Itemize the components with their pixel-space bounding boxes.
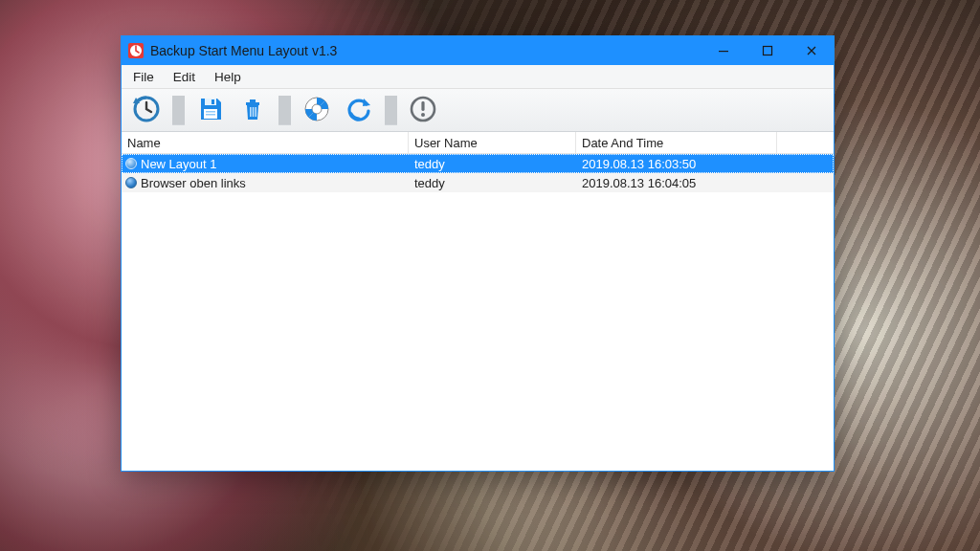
svg-rect-12 bbox=[250, 99, 256, 102]
svg-rect-11 bbox=[246, 102, 259, 105]
menu-help[interactable]: Help bbox=[205, 65, 251, 88]
floppy-save-icon bbox=[196, 95, 225, 126]
column-header-date[interactable]: Date And Time bbox=[576, 132, 777, 153]
svg-rect-13 bbox=[250, 107, 252, 117]
app-icon bbox=[127, 42, 145, 59]
row-name: New Layout 1 bbox=[141, 157, 217, 171]
svg-rect-10 bbox=[206, 114, 215, 116]
row-date: 2019.08.13 16:03:50 bbox=[576, 157, 777, 171]
svg-rect-2 bbox=[719, 51, 728, 52]
svg-rect-9 bbox=[206, 111, 215, 113]
row-user: teddy bbox=[409, 176, 576, 190]
backup-item-icon bbox=[125, 158, 137, 169]
title-bar[interactable]: Backup Start Menu Layout v1.3 bbox=[122, 36, 834, 65]
row-name: Browser oben links bbox=[141, 176, 246, 190]
toolbar-separator-3 bbox=[385, 96, 397, 125]
row-user: teddy bbox=[409, 157, 576, 171]
refresh-button[interactable] bbox=[340, 92, 378, 128]
column-header-row: Name User Name Date And Time bbox=[122, 132, 834, 154]
list-row[interactable]: New Layout 1 teddy 2019.08.13 16:03:50 bbox=[122, 154, 834, 173]
minimize-button[interactable] bbox=[702, 36, 746, 65]
toolbar bbox=[122, 89, 834, 132]
backup-list: Name User Name Date And Time New Layout … bbox=[122, 132, 834, 471]
close-button[interactable] bbox=[790, 36, 834, 65]
backup-clock-icon bbox=[131, 94, 162, 127]
column-header-user[interactable]: User Name bbox=[409, 132, 576, 153]
list-rows: New Layout 1 teddy 2019.08.13 16:03:50 B… bbox=[122, 154, 834, 471]
exclamation-icon bbox=[409, 95, 437, 126]
svg-rect-20 bbox=[421, 101, 424, 111]
save-button[interactable] bbox=[191, 92, 230, 128]
menu-edit[interactable]: Edit bbox=[164, 65, 205, 88]
menu-bar: File Edit Help bbox=[122, 65, 834, 89]
column-header-fill bbox=[777, 132, 834, 153]
svg-rect-15 bbox=[255, 107, 256, 117]
svg-rect-3 bbox=[764, 47, 772, 55]
trash-icon bbox=[238, 95, 267, 126]
maximize-button[interactable] bbox=[746, 36, 790, 65]
column-header-name[interactable]: Name bbox=[122, 132, 409, 153]
svg-point-21 bbox=[421, 113, 425, 117]
svg-rect-14 bbox=[253, 107, 255, 117]
svg-rect-6 bbox=[205, 99, 216, 105]
refresh-icon bbox=[345, 95, 373, 126]
window-title: Backup Start Menu Layout v1.3 bbox=[150, 43, 337, 58]
backup-item-icon bbox=[125, 177, 137, 188]
row-date: 2019.08.13 16:04:05 bbox=[576, 176, 777, 190]
app-window: Backup Start Menu Layout v1.3 File Edit … bbox=[121, 35, 835, 472]
list-row[interactable]: Browser oben links teddy 2019.08.13 16:0… bbox=[122, 173, 834, 192]
delete-button[interactable] bbox=[234, 92, 272, 128]
menu-file[interactable]: File bbox=[123, 65, 164, 88]
toolbar-separator-2 bbox=[278, 96, 291, 125]
help-button[interactable] bbox=[298, 92, 336, 128]
backup-button[interactable] bbox=[127, 92, 166, 128]
lifebuoy-icon bbox=[302, 95, 331, 126]
toolbar-separator bbox=[172, 96, 185, 125]
svg-marker-18 bbox=[363, 99, 370, 106]
about-button[interactable] bbox=[404, 92, 442, 128]
svg-rect-7 bbox=[212, 99, 214, 104]
